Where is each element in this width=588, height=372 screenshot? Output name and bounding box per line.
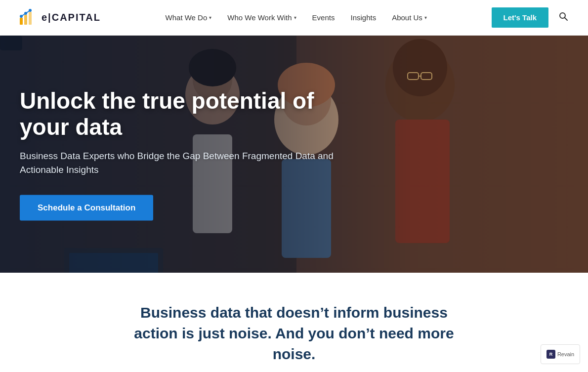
nav-events-label: Events [312, 13, 335, 22]
nav-insights-label: Insights [350, 13, 376, 22]
logo-icon [16, 7, 38, 29]
hero-subtitle: Business Data Experts who Bridge the Gap… [20, 149, 336, 177]
nav-right: Let's Talk [492, 7, 572, 28]
revain-logo-icon: R [546, 350, 555, 359]
below-hero-section: Business data that doesn’t inform busine… [0, 273, 588, 372]
svg-rect-0 [20, 18, 23, 25]
main-nav: What We Do ▾ Who We Work With ▾ Events I… [159, 9, 434, 26]
chevron-down-icon: ▾ [424, 15, 427, 20]
nav-who-we-work-with-label: Who We Work With [227, 13, 292, 22]
logo-text: e|CAPITAL [42, 12, 101, 23]
hero-title: Unlock the true potential of your data [20, 88, 336, 140]
nav-insights[interactable]: Insights [343, 9, 383, 26]
nav-about-us[interactable]: About Us ▾ [385, 9, 434, 26]
lets-talk-button[interactable]: Let's Talk [492, 7, 548, 28]
search-button[interactable] [554, 7, 572, 28]
schedule-consultation-button[interactable]: Schedule a Consultation [20, 195, 153, 220]
svg-line-7 [565, 18, 568, 21]
hero-section: Unlock the true potential of your data B… [0, 36, 588, 273]
site-header: e|CAPITAL What We Do ▾ Who We Work With … [0, 0, 588, 36]
below-hero-text: Business data that doesn’t inform busine… [121, 302, 467, 365]
nav-what-we-do[interactable]: What We Do ▾ [159, 9, 219, 26]
nav-what-we-do-label: What We Do [166, 13, 208, 22]
chevron-down-icon: ▾ [294, 15, 296, 20]
nav-events[interactable]: Events [305, 9, 342, 26]
nav-about-us-label: About Us [392, 13, 422, 22]
chevron-down-icon: ▾ [209, 15, 211, 20]
svg-rect-1 [24, 15, 27, 25]
nav-who-we-work-with[interactable]: Who We Work With ▾ [220, 9, 303, 26]
logo-link[interactable]: e|CAPITAL [16, 7, 101, 29]
svg-rect-2 [29, 12, 32, 25]
hero-content: Unlock the true potential of your data B… [20, 88, 336, 221]
revain-badge[interactable]: R Revain [541, 344, 580, 364]
search-icon [558, 11, 568, 21]
revain-label: Revain [557, 351, 574, 357]
